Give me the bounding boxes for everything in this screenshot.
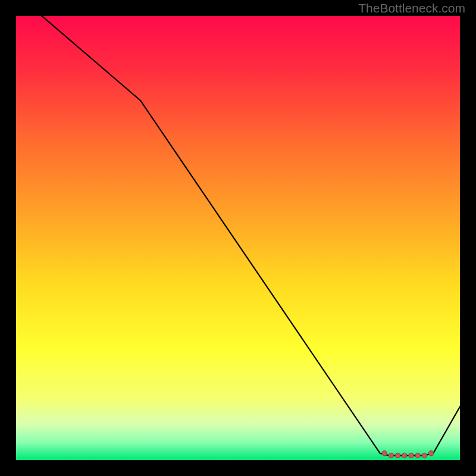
chart-marker [395,453,400,458]
chart-marker [422,453,427,458]
chart-marker [382,451,387,456]
attribution-text: TheBottleneck.com [358,1,465,15]
chart-marker [402,453,407,458]
chart-marker [409,453,414,458]
chart-marker [415,453,420,458]
chart-background [16,16,460,460]
chart-marker [428,451,433,456]
chart-svg [16,16,460,460]
chart-plot-area [16,16,460,460]
chart-marker [389,453,393,458]
